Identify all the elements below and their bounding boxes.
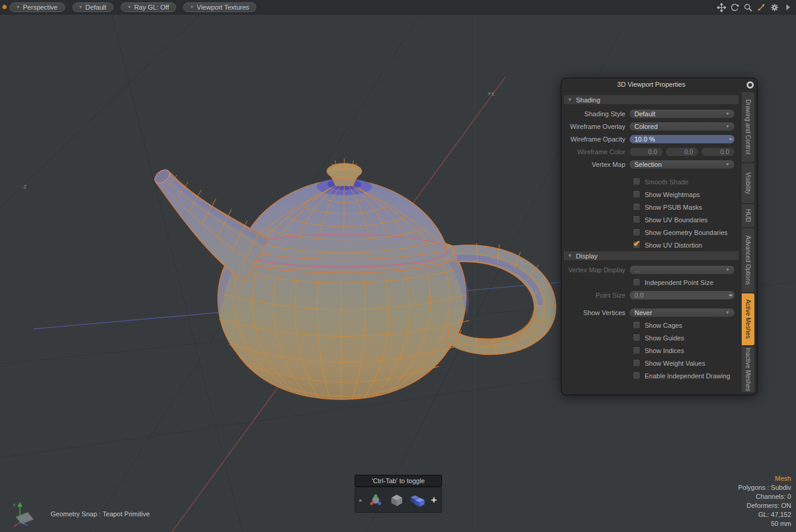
- independent-point-size-checkbox[interactable]: [633, 278, 640, 286]
- tab-label: Visibility: [745, 172, 751, 194]
- perspective-label: Perspective: [23, 4, 57, 11]
- wireframe-overlay-label: Wireframe Overlay: [561, 123, 629, 130]
- tab-label: Inactive Meshes: [745, 348, 751, 391]
- section-header-shading[interactable]: ▼ Shading: [564, 95, 739, 104]
- panel-pin-icon[interactable]: [747, 81, 754, 89]
- show-guides-checkbox[interactable]: [633, 334, 640, 342]
- vertex-map-dropdown[interactable]: Selection ▼: [629, 160, 735, 169]
- checkbox-label: Show PSUB Masks: [645, 204, 702, 211]
- vertex-map-display-label: Vertex Map Display: [561, 266, 629, 274]
- pan-icon[interactable]: [717, 3, 726, 12]
- section-label: Shading: [576, 96, 600, 104]
- row-show-uv-boundaries: Show UV Boundaries: [561, 213, 741, 226]
- tab-advanced-options[interactable]: Advanced Options: [742, 228, 754, 292]
- tab-hud[interactable]: HUD: [742, 204, 754, 227]
- axis-label-x: +x: [487, 90, 494, 97]
- show-vertices-label: Show Vertices: [561, 309, 629, 316]
- checkbox-label: Show Guides: [645, 334, 684, 342]
- wireframe-color-g-field[interactable]: 0.0: [665, 147, 700, 157]
- tab-visibility[interactable]: Visibility: [742, 163, 754, 203]
- shading-preset-button[interactable]: ▾ Default: [72, 2, 114, 12]
- perspective-view-button[interactable]: ▾ Perspective: [10, 2, 65, 12]
- flyout-arrow-icon[interactable]: ▸: [359, 497, 362, 503]
- row-independent-point-size: Independent Point Size: [561, 276, 741, 289]
- add-mode-icon[interactable]: +: [431, 495, 437, 505]
- panel-title: 3D Viewport Properties: [561, 78, 741, 91]
- show-geometry-boundaries-checkbox[interactable]: [633, 228, 640, 236]
- viewport-textures-button[interactable]: ▾ Viewport Textures: [183, 2, 256, 12]
- tab-inactive-meshes[interactable]: Inactive Meshes: [742, 346, 754, 392]
- checkbox-label: Enable Independent Drawing: [645, 372, 730, 380]
- viewport-corner-dot[interactable]: [2, 5, 7, 9]
- section-header-display[interactable]: ▼ Display: [564, 251, 739, 260]
- enable-independent-drawing-checkbox[interactable]: [633, 372, 640, 380]
- item-mode-icon[interactable]: [389, 493, 405, 507]
- shading-style-label: Shading Style: [561, 110, 629, 117]
- field-value: 0.0: [634, 292, 643, 299]
- show-indices-checkbox[interactable]: [633, 346, 640, 354]
- wireframe-overlay-dropdown[interactable]: Colored ▼: [629, 122, 735, 131]
- wireframe-opacity-field[interactable]: 10.0 % ◂▸: [629, 134, 735, 144]
- show-cages-checkbox[interactable]: [633, 321, 640, 329]
- row-show-psub-masks: Show PSUB Masks: [561, 201, 741, 213]
- row-show-vertices: Show Vertices Never ▼: [561, 306, 741, 319]
- panel-expand-arrow-icon[interactable]: [783, 3, 792, 12]
- check-icon: ✔: [633, 239, 640, 248]
- maximize-icon[interactable]: [757, 3, 766, 12]
- dropdown-value: Colored: [634, 123, 658, 130]
- row-show-weightmaps: Show Weightmaps: [561, 188, 741, 201]
- ray-gl-button[interactable]: ▾ Ray GL: Off: [121, 2, 176, 12]
- row-point-size: Point Size 0.0 ◂▸: [561, 289, 741, 301]
- orientation-gizmo: Y: [11, 498, 37, 531]
- row-wireframe-opacity: Wireframe Opacity 10.0 % ◂▸: [561, 133, 741, 145]
- tab-active-meshes[interactable]: Active Meshes: [742, 293, 754, 345]
- checkbox-label: Show Indices: [645, 347, 684, 354]
- mini-slider-handle-icon[interactable]: ◂▸: [728, 136, 732, 142]
- info-polygons: Polygons : Subdiv: [738, 483, 791, 492]
- wireframe-color-label: Wireframe Color: [561, 148, 629, 155]
- checkbox-label: Smooth Shade: [645, 178, 689, 186]
- chevron-down-icon: ▼: [725, 111, 730, 116]
- smooth-shade-checkbox[interactable]: [633, 178, 640, 186]
- mini-slider-handle-icon[interactable]: ◂▸: [728, 292, 732, 298]
- checkbox-label: Show UV Boundaries: [645, 216, 708, 224]
- axis-label-z: -z: [21, 183, 27, 190]
- row-show-weight-values: Show Weight Values: [561, 357, 741, 369]
- vertex-map-display-dropdown[interactable]: ... ▼: [629, 265, 735, 275]
- teapot-model[interactable]: [152, 158, 556, 399]
- info-deformers: Deformers: ON: [738, 501, 791, 510]
- chevron-down-icon: ▼: [725, 310, 730, 315]
- collapse-triangle-icon: ▼: [567, 97, 572, 102]
- row-show-cages: Show Cages: [561, 319, 741, 331]
- gizmo-y-label: Y: [13, 502, 16, 508]
- mode-toolbar-tooltip: 'Ctrl-Tab' to toggle: [355, 475, 442, 487]
- show-vertices-dropdown[interactable]: Never ▼: [629, 308, 735, 318]
- tab-drawing-and-control[interactable]: Drawing and Control: [742, 92, 754, 162]
- row-show-guides: Show Guides: [561, 331, 741, 344]
- row-vertex-map-display: Vertex Map Display ... ▼: [561, 263, 741, 276]
- row-enable-independent-drawing: Enable Independent Drawing: [561, 369, 741, 382]
- show-weightmaps-checkbox[interactable]: [633, 190, 640, 198]
- mesh-item-mode-icon[interactable]: [410, 493, 426, 507]
- show-uv-distortion-checkbox[interactable]: ✔: [633, 241, 640, 249]
- ray-gl-label: Ray GL: Off: [134, 4, 169, 11]
- field-value: 10.0 %: [634, 136, 655, 143]
- zoom-icon[interactable]: [744, 3, 753, 12]
- wireframe-color-r-field[interactable]: 0.0: [629, 147, 663, 157]
- gear-icon[interactable]: [770, 3, 779, 12]
- show-uv-boundaries-checkbox[interactable]: [633, 216, 640, 224]
- modo-application-window: +x -z ▾ Perspective ▾ Default ▾ Ray GL: …: [0, 0, 796, 532]
- chevron-down-icon: ▾: [191, 5, 193, 10]
- info-channels: Channels: 0: [738, 492, 791, 501]
- wireframe-color-b-field[interactable]: 0.0: [701, 147, 735, 157]
- dropdown-value: Selection: [634, 161, 662, 168]
- shading-style-dropdown[interactable]: Default ▼: [629, 109, 735, 119]
- rotate-icon[interactable]: [730, 3, 739, 12]
- geometry-snap-status: Geometry Snap : Teapot Primitive: [51, 510, 150, 518]
- chevron-down-icon: ▼: [725, 162, 730, 166]
- component-mode-icon[interactable]: [368, 493, 384, 507]
- point-size-field[interactable]: 0.0 ◂▸: [629, 290, 735, 300]
- vertex-map-label: Vertex Map: [561, 161, 629, 168]
- show-psub-masks-checkbox[interactable]: [633, 203, 640, 211]
- show-weight-values-checkbox[interactable]: [633, 359, 640, 367]
